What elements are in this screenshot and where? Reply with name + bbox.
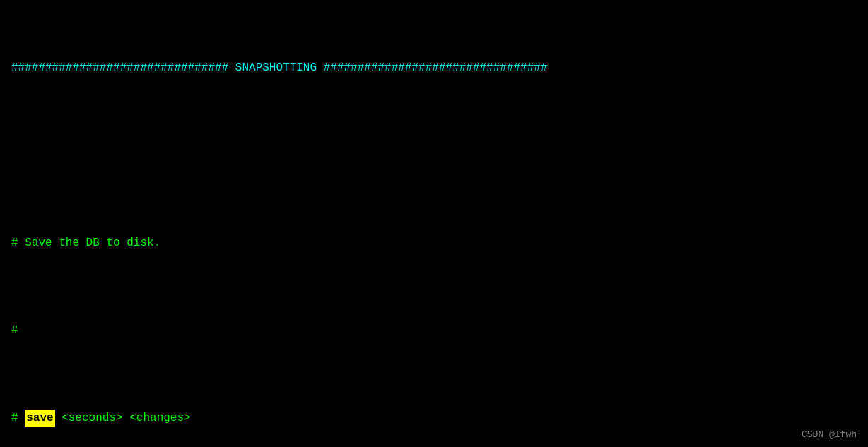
comment-text: # [11, 322, 18, 340]
comment-suffix: <seconds> <changes> [55, 410, 191, 427]
comment-text: # Save the DB to disk. [11, 234, 160, 252]
header-line: ################################ SNAPSHO… [11, 59, 857, 77]
comment-line-1: # Save the DB to disk. [11, 234, 857, 252]
save-highlight-1: save [25, 410, 54, 427]
blank-line-1 [11, 147, 857, 165]
watermark: CSDN @lfwh [802, 429, 857, 440]
comment-line-2: # [11, 322, 857, 340]
comment-prefix: # [11, 410, 25, 427]
header-text: ################################ SNAPSHO… [11, 59, 548, 77]
code-content: ################################ SNAPSHO… [11, 7, 857, 447]
comment-save-line: # save <seconds> <changes> [11, 410, 857, 427]
